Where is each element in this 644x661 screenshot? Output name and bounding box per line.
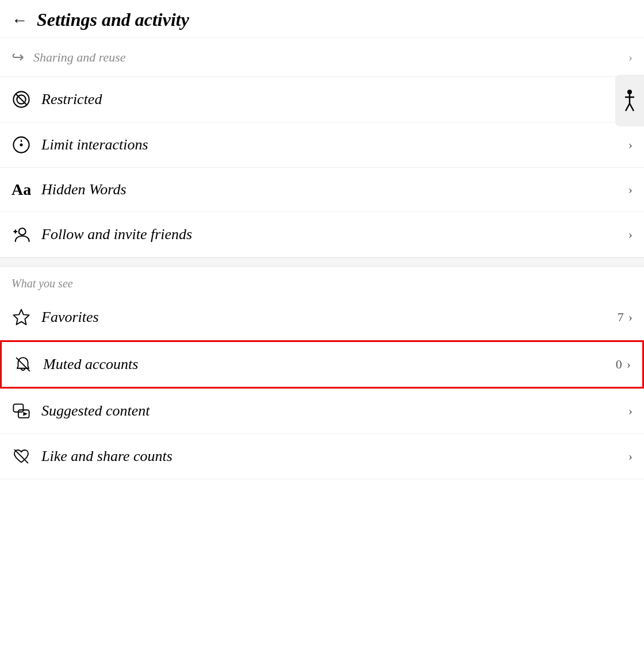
page-title: Settings and activity	[37, 9, 189, 30]
back-icon: ↩	[12, 48, 24, 66]
limit-interactions-icon	[12, 135, 31, 155]
suggested-content-item[interactable]: Suggested content ›	[0, 389, 644, 434]
hidden-words-chevron: ›	[628, 182, 632, 197]
svg-marker-18	[23, 412, 28, 416]
back-button[interactable]: ←	[12, 11, 28, 29]
suggested-content-chevron: ›	[628, 403, 632, 418]
like-share-counts-label: Like and share counts	[37, 448, 628, 465]
person-icon	[623, 89, 637, 112]
muted-accounts-icon	[13, 355, 33, 374]
follow-invite-icon	[12, 225, 31, 244]
hidden-words-icon-container: Aa	[12, 180, 37, 199]
like-share-counts-icon-container	[12, 447, 37, 466]
restricted-icon	[12, 90, 31, 109]
limit-interactions-label: Limit interactions	[37, 136, 628, 153]
svg-point-3	[627, 90, 632, 94]
favorites-icon	[12, 308, 31, 327]
restricted-item[interactable]: Restricted 0 ›	[0, 77, 644, 122]
hidden-words-label: Hidden Words	[37, 181, 628, 198]
hidden-words-icon: Aa	[12, 180, 31, 199]
favorites-item[interactable]: Favorites 7 ›	[0, 295, 644, 340]
sharing-reuse-label: Sharing and reuse	[33, 50, 628, 65]
restricted-icon-container	[12, 90, 37, 109]
muted-accounts-label: Muted accounts	[39, 356, 616, 373]
hidden-words-item[interactable]: Aa Hidden Words ›	[0, 168, 644, 212]
suggested-content-icon-container	[12, 401, 37, 421]
chevron-icon: ›	[628, 50, 632, 65]
like-share-counts-item[interactable]: Like and share counts ›	[0, 434, 644, 479]
accessibility-widget[interactable]	[615, 75, 644, 126]
limit-interactions-chevron: ›	[628, 137, 632, 152]
follow-invite-item[interactable]: Follow and invite friends ›	[0, 212, 644, 258]
favorites-label: Favorites	[37, 309, 618, 326]
favorites-chevron: ›	[628, 310, 632, 325]
sharing-reuse-item[interactable]: ↩ Sharing and reuse ›	[0, 38, 644, 77]
limit-interactions-item[interactable]: Limit interactions ›	[0, 122, 644, 168]
like-share-counts-chevron: ›	[628, 449, 632, 464]
follow-invite-icon-container	[12, 225, 37, 244]
limit-interactions-icon-container	[12, 135, 37, 155]
restricted-label: Restricted	[37, 91, 618, 108]
suggested-content-label: Suggested content	[37, 402, 628, 420]
svg-point-11	[19, 228, 26, 235]
muted-accounts-item[interactable]: Muted accounts 0 ›	[0, 340, 644, 389]
svg-line-7	[630, 103, 634, 111]
suggested-content-icon	[12, 401, 31, 421]
muted-accounts-chevron: ›	[627, 357, 631, 372]
follow-invite-chevron: ›	[628, 227, 632, 242]
what-you-see-section-label: What you see	[0, 267, 644, 295]
favorites-icon-container	[12, 308, 37, 327]
svg-line-6	[626, 103, 630, 111]
muted-accounts-count: 0	[616, 357, 622, 372]
like-share-counts-icon	[12, 447, 31, 466]
favorites-count: 7	[618, 310, 624, 325]
header: ← Settings and activity	[0, 0, 644, 38]
svg-point-9	[20, 143, 22, 146]
svg-marker-14	[13, 309, 29, 324]
section-divider	[0, 258, 644, 267]
follow-invite-label: Follow and invite friends	[37, 226, 628, 243]
muted-accounts-icon-container	[13, 355, 39, 374]
